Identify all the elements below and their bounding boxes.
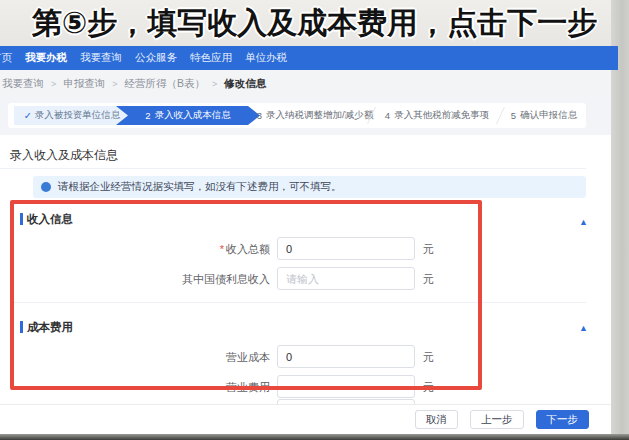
breadcrumb: 我要查询 > 申报查询 > 经营所得（B表） > 修改信息 [0,70,611,97]
prev-step-button[interactable]: 上一步 [470,410,524,429]
unit-label: 元 [423,272,434,287]
divider [0,168,586,169]
stepper-bar: ✓ 录入被投资单位信息 2 录入收入成本信息 3 录入纳税调整增加/减少额 4 … [8,103,586,128]
form-row-operating-expense: 营业费用 元 [0,375,586,398]
nav-item-home[interactable]: 首页 [0,51,12,65]
form-row-bond-interest: 其中国债利息收入 元 [0,267,586,290]
step-number: 5 [511,110,516,121]
breadcrumb-modify-info: 修改信息 [224,77,266,91]
step-number: 2 [145,110,150,121]
step-label: 录入收入成本信息 [155,109,231,122]
step-2-income-cost-info[interactable]: 2 录入收入成本信息 [116,106,260,125]
check-icon: ✓ [24,110,32,121]
nav-item-org-tax[interactable]: 单位办税 [245,51,287,65]
breadcrumb-separator-icon: > [212,79,217,89]
nav-item-featured-apps[interactable]: 特色应用 [190,51,232,65]
collapse-up-icon[interactable]: ▲ [579,218,588,227]
step-3-tax-adjustment[interactable]: 3 录入纳税调整增加/减少额 [258,106,372,125]
nav-item-tax-handling[interactable]: 我要办税 [25,51,67,65]
footer-action-bar: 取消 上一步 下一步 [0,404,611,434]
page-title: 录入收入及成本信息 [10,147,118,164]
field-label: 营业费用 [10,380,270,395]
step-label: 录入纳税调整增加/减少额 [266,109,373,122]
field-label: 其中国债利息收入 [10,272,270,287]
required-asterisk: * [220,243,224,255]
breadcrumb-separator-icon: > [112,79,117,89]
step-number: 4 [385,110,390,121]
divider [10,302,586,303]
top-navbar: 首页 我要办税 我要查询 公众服务 特色应用 单位办税 [0,46,618,70]
unit-label: 元 [423,242,434,257]
tutorial-caption-text: 第⑤步，填写收入及成本费用，点击下一步 [32,3,597,44]
breadcrumb-my-query[interactable]: 我要查询 [2,77,44,91]
main-content-panel: 录入收入及成本信息 请根据企业经营情况据实填写，如没有下述费用，可不填写。 收入… [0,135,611,434]
next-step-button[interactable]: 下一步 [536,410,590,429]
step-4-other-deductions[interactable]: 4 录入其他税前减免事项 [374,106,500,125]
field-label: 营业成本 [10,350,270,365]
step-label: 确认申报信息 [520,109,577,122]
stepper-zone: ✓ 录入被投资单位信息 2 录入收入成本信息 3 录入纳税调整增加/减少额 4 … [0,97,611,135]
operating-expense-input[interactable] [277,375,415,398]
screenshot-root: 第⑤步，填写收入及成本费用，点击下一步 首页 我要办税 我要查询 公众服务 特色… [0,0,629,440]
unit-label: 元 [423,380,434,395]
collapse-up-icon[interactable]: ▲ [579,324,588,333]
step-label: 录入其他税前减免事项 [394,109,489,122]
step-number: 3 [257,110,262,121]
info-icon [41,182,51,192]
unit-label: 元 [423,350,434,365]
cancel-button[interactable]: 取消 [415,410,458,429]
tutorial-caption-banner: 第⑤步，填写收入及成本费用，点击下一步 [0,0,629,46]
cost-section-title: 成本费用 [20,320,73,335]
breadcrumb-declaration-query[interactable]: 申报查询 [63,77,105,91]
bond-interest-input[interactable] [277,267,415,290]
breadcrumb-separator-icon: > [51,79,56,89]
step-label: 录入被投资单位信息 [35,109,121,122]
nav-item-public-service[interactable]: 公众服务 [135,51,177,65]
field-label: *收入总额 [10,242,270,257]
form-row-operating-cost: 营业成本 元 [0,345,586,368]
breadcrumb-business-income-b[interactable]: 经营所得（B表） [125,77,206,91]
notice-text: 请根据企业经营情况据实填写，如没有下述费用，可不填写。 [58,180,342,194]
total-income-input[interactable] [277,237,415,260]
operating-cost-input[interactable] [277,345,415,368]
form-row-total-income: *收入总额 元 [0,237,586,260]
notice-bar: 请根据企业经营情况据实填写，如没有下述费用，可不填写。 [33,176,586,198]
photo-edge-bottom [0,434,629,440]
step-5-confirm-declaration[interactable]: 5 确认申报信息 [502,106,586,125]
nav-item-my-query[interactable]: 我要查询 [80,51,122,65]
income-section-title: 收入信息 [20,212,73,227]
step-1-invested-unit-info[interactable]: ✓ 录入被投资单位信息 [14,106,130,125]
